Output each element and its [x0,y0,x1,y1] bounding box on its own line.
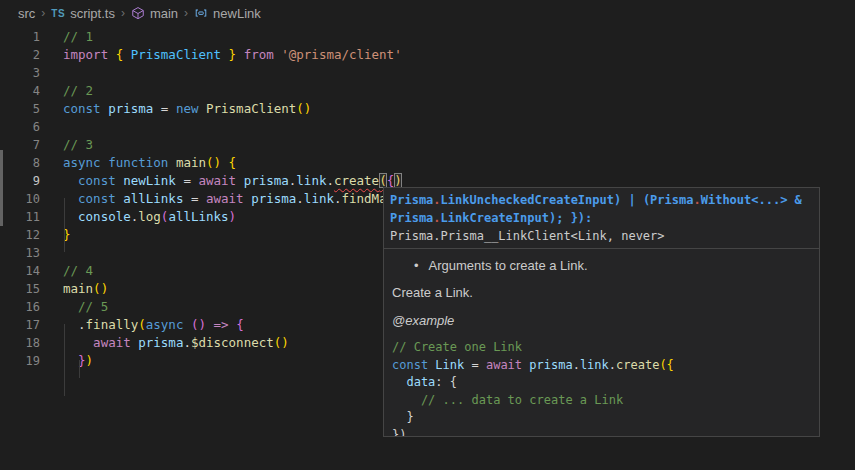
breadcrumb-label: main [150,6,178,21]
line-content: await prisma.$disconnect() [40,334,289,352]
breadcrumb-item-main[interactable]: main [131,6,178,21]
code-token: allLinks [116,191,184,206]
code-token: log [138,209,161,224]
code-token: ) [394,173,402,188]
breadcrumb-label: script.ts [70,6,115,21]
line-content: }) [40,352,93,370]
line-number[interactable]: 3 [0,64,40,82]
code-token: $disconnect [191,335,274,350]
code-token: { [236,317,244,332]
code-line-2[interactable]: 2import { PrismaClient } from '@prisma/c… [0,46,855,64]
code-token: main [168,155,206,170]
line-content [40,118,63,136]
code-token: { [229,155,237,170]
code-token: ) [229,209,237,224]
code-token: Link [428,358,464,372]
line-content: const prisma = new PrismaClient() [40,100,311,118]
line-content: } [40,226,71,244]
line-content: import { PrismaClient } from '@prisma/cl… [40,46,402,64]
code-token: () [93,281,108,296]
breadcrumb-separator: › [121,6,125,20]
line-number[interactable]: 4 [0,82,40,100]
code-token: PrismaClient [131,47,221,62]
line-number[interactable]: 17 [0,316,40,334]
breadcrumb-separator: › [41,6,45,20]
bullet-icon: • [414,258,419,273]
code-token: create [616,358,659,372]
hover-example-code: // Create one Linkconst Link = await pri… [384,337,819,437]
code-token: . [433,193,440,207]
line-number[interactable]: 18 [0,334,40,352]
code-token: = [464,358,486,372]
code-token: . [296,191,304,206]
line-number[interactable]: 10 [0,190,40,208]
line-content: // 5 [40,298,108,316]
line-number[interactable]: 8 [0,154,40,172]
vscode-editor-window: src›TSscript.ts›main›newLink 1// 12impor… [0,0,855,470]
line-content: // 3 [40,136,93,154]
code-line-6[interactable]: 6 [0,118,855,136]
example-code-line: // Create one Link [392,339,811,357]
line-number[interactable]: 5 [0,100,40,118]
code-token: link [304,191,334,206]
code-token: // 5 [63,299,108,314]
code-token: () [206,155,221,170]
line-number[interactable]: 9 [0,172,40,190]
code-token: async [146,317,184,332]
code-token: = [153,101,176,116]
line-number[interactable]: 12 [0,226,40,244]
code-token: . [334,191,342,206]
code-token: import [63,47,108,62]
line-number[interactable]: 19 [0,352,40,370]
line-content: // 1 [40,28,93,46]
line-number[interactable]: 13 [0,244,40,262]
code-line-4[interactable]: 4// 2 [0,82,855,100]
line-content: // 4 [40,262,93,280]
code-token: // 4 [63,263,93,278]
code-token: } [63,353,86,368]
code-token: main [63,281,93,296]
code-token: prisma [522,358,573,372]
code-token: link [296,173,326,188]
code-line-1[interactable]: 1// 1 [0,28,855,46]
line-number[interactable]: 2 [0,46,40,64]
breadcrumb-separator: › [184,6,188,20]
code-token: const [392,358,428,372]
code-line-5[interactable]: 5const prisma = new PrismaClient() [0,100,855,118]
line-number[interactable]: 14 [0,262,40,280]
code-token: // ... data to create a Link [392,393,623,407]
line-number[interactable]: 15 [0,280,40,298]
code-token: const [63,101,101,116]
line-content: // 2 [40,82,93,100]
code-token: = [176,173,199,188]
line-number[interactable]: 16 [0,298,40,316]
line-number[interactable]: 6 [0,118,40,136]
code-token: await [486,358,522,372]
hover-tooltip[interactable]: Prisma.LinkUncheckedCreateInput) | (Pris… [383,187,820,437]
code-token: . [433,211,440,225]
code-token: // Create one Link [392,340,522,354]
code-token: console [63,209,131,224]
code-token: '@prisma/client' [274,47,402,62]
line-content: async function main() { [40,154,236,172]
hover-bullet-text: Arguments to create a Link. [429,258,588,273]
code-line-3[interactable]: 3 [0,64,855,82]
code-token: ( [379,173,387,188]
code-token: await [198,173,236,188]
breadcrumb-item-newLink[interactable]: newLink [194,6,261,21]
line-number[interactable]: 7 [0,136,40,154]
code-line-8[interactable]: 8async function main() { [0,154,855,172]
breadcrumb-item-src[interactable]: src [18,6,35,21]
code-token: } [392,410,414,424]
typescript-icon: TS [51,8,65,19]
line-number[interactable]: 11 [0,208,40,226]
breadcrumb-item-script.ts[interactable]: TSscript.ts [51,6,115,21]
line-number[interactable]: 1 [0,28,40,46]
example-code-line: // ... data to create a Link [392,392,811,410]
example-code-line: const Link = await prisma.link.create({ [392,357,811,375]
code-token: . [573,358,580,372]
hover-signature: Prisma.LinkUncheckedCreateInput) | (Pris… [384,188,819,248]
code-line-7[interactable]: 7// 3 [0,136,855,154]
code-token: ( [138,317,146,332]
indent-guide [79,360,80,378]
